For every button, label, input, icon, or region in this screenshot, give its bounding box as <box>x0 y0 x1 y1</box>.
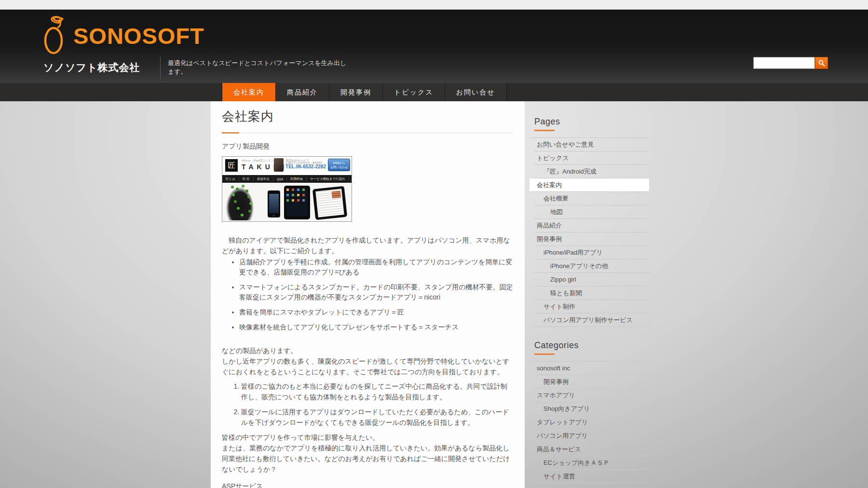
takumi-nav-item: Q&A <box>273 177 287 181</box>
main-nav: 会社案内 商品紹介 開発事例 トピックス お問い合せ <box>0 83 868 101</box>
top-strip <box>0 0 868 10</box>
green-leaves-graphic <box>231 186 234 189</box>
sidebar-item-products[interactable]: 商品紹介 <box>534 219 649 232</box>
tagline: 最適化はベストなスピードとコストパフォーマンスを生み出し ます。 <box>168 59 361 76</box>
category-pc-apps[interactable]: パソコン用アプリ <box>534 429 649 443</box>
takumi-web-button: WEBから お問い合わせ <box>328 159 350 171</box>
bullet-nicori: スマートフォンによるスタンプカード。カードの印刷不要、スタンプ用の機材不要。固定… <box>239 282 514 302</box>
sidebar-item-contact[interactable]: お問い合せやご意見 <box>534 138 649 151</box>
section-label: アプリ製品開発 <box>222 142 514 151</box>
takumi-logo: 匠 <box>225 159 238 172</box>
page: SONOSOFT ソノソフト株式会社 最適化はベストなスピードとコストパフォーマ… <box>0 0 868 488</box>
company-row: ソノソフト株式会社 最適化はベストなスピードとコストパフォーマンスを生み出し ま… <box>0 56 868 83</box>
ipad-angled-graphic <box>312 186 347 220</box>
takumi-web-button-line1: WEBから <box>328 161 350 165</box>
intro-paragraph: 独自のアイデアで製品化されたアプリを作成しています。アプリはパソコン用、スマホ用… <box>222 235 514 256</box>
takumi-nav-item: 新規申込 <box>254 177 273 181</box>
main-content: 会社案内 アプリ製品開発 匠 iPhone・iPad用コンテンツ作成・管理ASP… <box>211 101 525 488</box>
direction-paragraph: などの製品があります。 しかし近年アプリの数も多く、陳腐化のスピードが激しくて専… <box>222 345 514 377</box>
sidebar-item-zippo-girl[interactable]: Zippo girl <box>534 273 649 286</box>
category-smartphone-apps[interactable]: スマホアプリ <box>534 389 649 402</box>
direction-item-2: 販促ツールに活用するアプリはダウンロードしていただく必要があるため、このハードル… <box>241 407 514 428</box>
takumi-banner-image[interactable]: 匠 iPhone・iPad用コンテンツ作成・管理ASPサービス TAKUMI お… <box>222 156 352 222</box>
takumi-nav-item: サービス開始までの流れ <box>307 177 349 181</box>
categories-heading: Categories <box>534 340 649 351</box>
category-sonosoft-inc[interactable]: sonosoft inc <box>534 362 649 375</box>
iphone-graphic <box>268 190 280 217</box>
search-input[interactable] <box>753 57 815 69</box>
sidebar-item-iphone-other[interactable]: iPhoneアプリその他 <box>534 259 649 273</box>
site-header: SONOSOFT ソノソフト株式会社 最適化はベストなスピードとコストパフォーマ… <box>0 10 868 83</box>
nav-tab-contact[interactable]: お問い合せ <box>445 83 507 101</box>
invitation-line1: 皆様の中でアプリを作って市場に影響を与えたい。 <box>222 432 514 443</box>
nav-tab-products[interactable]: 商品紹介 <box>275 83 329 101</box>
sidebar-item-nekotomo[interactable]: 猫とも新聞 <box>534 286 649 300</box>
direction-line2: しかし近年アプリの数も多く、陳腐化のスピードが激しくて専門分野で特化していかない… <box>222 356 514 377</box>
bullet-piaru: 店舗紹介アプリを手軽に作成。付属の管理画面を利用してアプリのコンテンツを簡単に変… <box>239 257 514 277</box>
header-divider <box>160 57 161 79</box>
category-site-operation[interactable]: サイト運営 <box>534 470 649 483</box>
category-shop-apps[interactable]: Shop向きアプリ <box>534 402 649 416</box>
direction-line1: などの製品があります。 <box>222 345 514 356</box>
takumi-web-button-line2: お問い合わせ <box>328 165 350 170</box>
sidebar: Pages お問い合せやご意見 トピックス 『匠』Android完成 会社案内 … <box>529 101 649 488</box>
category-cases[interactable]: 開発事例 <box>534 375 649 389</box>
tagline-line1: 最適化はベストなスピードとコストパフォーマンスを生み出し <box>168 59 361 68</box>
nav-tab-cases[interactable]: 開発事例 <box>329 83 382 101</box>
woman-silhouette-graphic <box>224 185 259 220</box>
takumi-nav: 匠とは 特 長 新規申込 Q&A 利用料金 サービス開始までの流れ <box>222 175 352 183</box>
nav-tab-topics[interactable]: トピックス <box>382 83 445 101</box>
bullet-statice: 映像素材を統合してアプリ化してプレゼンをサポートする＝スターチス <box>239 322 514 332</box>
takumi-nav-item: 特 長 <box>239 177 254 181</box>
nav-tab-company[interactable]: 会社案内 <box>222 83 275 101</box>
invitation-line2: または、業務のなかでアプリを積極的に取り入れ活用していきたい。効果があるなら製品… <box>222 443 514 474</box>
magnifier-icon <box>818 60 825 67</box>
categories-heading-accent <box>534 353 555 355</box>
sidebar-item-takumi-android[interactable]: 『匠』Android完成 <box>534 165 649 178</box>
takumi-nav-item: 利用料金 <box>287 177 307 181</box>
sidebar-item-company-overview[interactable]: 会社概要 <box>534 192 649 205</box>
takumi-contact: お電話でのお問合わせ・資料請求 TEL.06-6532-2282 WEBから お… <box>274 158 350 172</box>
nav-tabs: 会社案内 商品紹介 開発事例 トピックス お問い合せ <box>222 83 507 101</box>
sidebar-item-iphone-ipad-apps[interactable]: iPhone/iPad用アプリ <box>534 246 649 259</box>
categories-list: sonosoft inc 開発事例 スマホアプリ Shop向きアプリ タブレット… <box>529 361 649 483</box>
pages-heading: Pages <box>534 117 649 127</box>
logo-wordmark: SONOSOFT <box>73 23 204 49</box>
company-name: ソノソフト株式会社 <box>43 61 140 74</box>
title-rule <box>222 133 514 133</box>
site-logo[interactable]: SONOSOFT <box>41 13 204 59</box>
sidebar-item-topics[interactable]: トピックス <box>534 151 649 165</box>
tagline-line2: ます。 <box>168 68 361 76</box>
takumi-header: 匠 iPhone・iPad用コンテンツ作成・管理ASPサービス TAKUMI お… <box>222 157 352 175</box>
ipad-front-graphic <box>284 186 310 219</box>
pages-list: お問い合せやご意見 トピックス 『匠』Android完成 会社案内 会社概要 地… <box>529 137 649 327</box>
sidebar-item-cases[interactable]: 開発事例 <box>534 232 649 246</box>
sidebar-item-company-active[interactable]: 会社案内 <box>529 178 649 192</box>
category-tablet-apps[interactable]: タブレットアプリ <box>534 416 649 429</box>
bullet-takumi: 書籍を簡単にスマホやタブレットにできるアプリ＝匠 <box>239 307 514 317</box>
takumi-photo-area <box>222 183 352 221</box>
sidebar-item-site-production[interactable]: サイト制作 <box>534 300 649 313</box>
search-button[interactable] <box>815 57 828 69</box>
search-box <box>753 57 828 69</box>
direction-item-1: 皆様のご協力のもと本当に必要なものを探してニーズ中心に商品化する。共同で設計制作… <box>241 381 514 402</box>
sonosoft-swirl-icon <box>41 15 71 56</box>
takumi-phone: TEL.06-6532-2282 <box>285 164 326 169</box>
page-title: 会社案内 <box>222 108 514 125</box>
title-accent <box>222 132 239 134</box>
asp-service-label: ASPサービス <box>222 482 514 488</box>
category-products-services[interactable]: 商品＆サービス <box>534 443 649 456</box>
product-bullet-list: 店舗紹介アプリを手軽に作成。付属の管理画面を利用してアプリのコンテンツを簡単に変… <box>222 257 514 332</box>
invitation-paragraph: 皆様の中でアプリを作って市場に影響を与えたい。 または、業務のなかでアプリを積極… <box>222 432 514 474</box>
takumi-call: お電話でのお問合わせ・資料請求 TEL.06-6532-2282 <box>285 161 326 169</box>
direction-numbered-list: 皆様のご協力のもと本当に必要なものを探してニーズ中心に商品化する。共同で設計制作… <box>222 381 514 428</box>
takumi-nav-item: 匠とは <box>222 177 239 181</box>
sidebar-item-map[interactable]: 地図 <box>534 205 649 219</box>
category-ec-shop-asp[interactable]: ECショップ向きＡＳＰ <box>534 456 649 470</box>
pages-heading-accent <box>534 130 555 131</box>
sidebar-item-pc-app-service[interactable]: パソコン用アプリ制作サービス <box>534 313 649 327</box>
takumi-operator-photo <box>274 158 284 172</box>
